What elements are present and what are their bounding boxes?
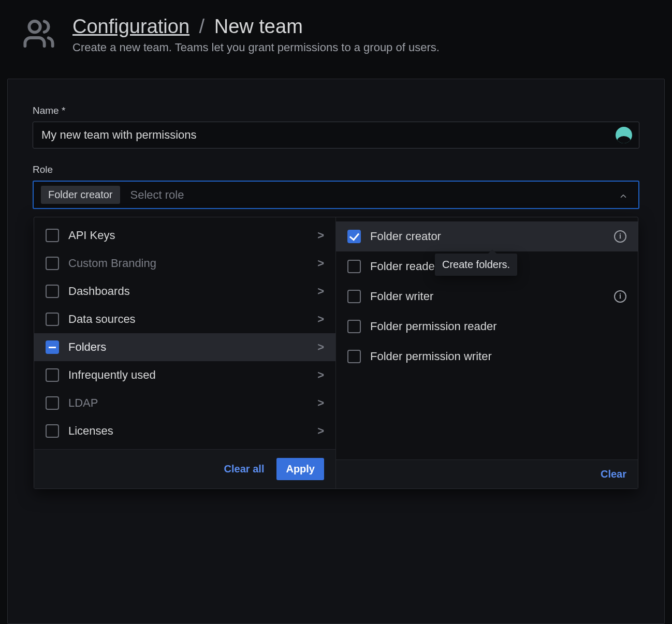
- team-name-input[interactable]: [33, 122, 639, 148]
- apply-button[interactable]: Apply: [276, 458, 324, 480]
- category-row[interactable]: Infrequently used>: [34, 361, 335, 389]
- role-chip[interactable]: Folder creator: [41, 186, 120, 204]
- right-footer: Clear: [336, 459, 638, 488]
- subrole-label: Folder writer: [370, 290, 433, 303]
- subrole-row[interactable]: Folder writeri: [336, 281, 638, 311]
- subrole-checkbox[interactable]: [347, 320, 361, 333]
- subrole-checkbox[interactable]: [347, 230, 361, 243]
- category-checkbox[interactable]: [46, 368, 59, 382]
- name-field: Name *: [33, 105, 639, 148]
- chevron-right-icon: >: [317, 424, 324, 438]
- category-row[interactable]: Data sources>: [34, 305, 335, 333]
- team-icon: [21, 16, 57, 52]
- subrole-label: Folder reader: [370, 260, 439, 273]
- page-header: Configuration / New team Create a new te…: [0, 0, 672, 54]
- role-dropdown: API Keys>Custom Branding>Dashboards>Data…: [34, 217, 638, 489]
- breadcrumb-leaf: New team: [214, 16, 303, 37]
- input-badge-icon: [616, 127, 632, 143]
- category-label: Dashboards: [68, 285, 130, 298]
- category-row[interactable]: Licenses>: [34, 417, 335, 445]
- subrole-row[interactable]: Folder permission writer: [336, 341, 638, 372]
- subrole-row[interactable]: Folder permission reader: [336, 311, 638, 341]
- category-label: Infrequently used: [68, 368, 156, 382]
- category-checkbox[interactable]: [46, 340, 59, 354]
- subrole-label: Folder creator: [370, 230, 441, 243]
- svg-point-0: [29, 21, 40, 32]
- clear-button[interactable]: Clear: [601, 468, 626, 480]
- chevron-right-icon: >: [317, 257, 324, 270]
- category-label: LDAP: [68, 396, 98, 410]
- category-row[interactable]: API Keys>: [34, 221, 335, 249]
- form-panel: Name * Role Folder creator Select role A…: [7, 79, 665, 624]
- category-checkbox[interactable]: [46, 257, 59, 270]
- subrole-row[interactable]: Folder creatori: [336, 221, 638, 251]
- clear-all-button[interactable]: Clear all: [224, 463, 265, 475]
- category-label: Folders: [68, 340, 106, 354]
- category-label: Licenses: [68, 424, 113, 438]
- page-subtitle: Create a new team. Teams let you grant p…: [72, 41, 440, 54]
- info-icon[interactable]: i: [614, 290, 626, 303]
- chevron-right-icon: >: [317, 285, 324, 298]
- category-checkbox[interactable]: [46, 229, 59, 242]
- chevron-right-icon: >: [317, 340, 324, 354]
- category-label: API Keys: [68, 229, 115, 242]
- subrole-checkbox[interactable]: [347, 350, 361, 363]
- chevron-right-icon: >: [317, 313, 324, 326]
- subrole-checkbox[interactable]: [347, 290, 361, 303]
- breadcrumb-root-link[interactable]: Configuration: [72, 16, 189, 37]
- category-label: Custom Branding: [68, 257, 156, 270]
- subrole-label: Folder permission writer: [370, 350, 492, 363]
- role-category-column: API Keys>Custom Branding>Dashboards>Data…: [34, 217, 336, 488]
- role-select[interactable]: Folder creator Select role API Keys>Cust…: [33, 181, 639, 209]
- role-tooltip: Create folders.: [435, 254, 517, 276]
- role-select-placeholder: Select role: [130, 188, 184, 202]
- left-footer: Clear all Apply: [34, 449, 335, 488]
- chevron-right-icon: >: [317, 229, 324, 242]
- subrole-checkbox[interactable]: [347, 260, 361, 273]
- chevron-right-icon: >: [317, 396, 324, 410]
- category-checkbox[interactable]: [46, 285, 59, 298]
- category-checkbox[interactable]: [46, 313, 59, 326]
- category-row[interactable]: Custom Branding>: [34, 249, 335, 277]
- category-row[interactable]: Folders>: [34, 333, 335, 361]
- role-label: Role: [33, 164, 639, 175]
- subrole-label: Folder permission reader: [370, 320, 497, 333]
- category-checkbox[interactable]: [46, 396, 59, 410]
- role-field: Role Folder creator Select role API Keys…: [33, 164, 639, 209]
- info-icon[interactable]: i: [614, 230, 626, 243]
- breadcrumb: Configuration / New team: [72, 16, 440, 38]
- category-checkbox[interactable]: [46, 424, 59, 438]
- category-row[interactable]: Dashboards>: [34, 277, 335, 305]
- chevron-up-icon: [619, 190, 628, 200]
- category-label: Data sources: [68, 313, 136, 326]
- breadcrumb-separator: /: [195, 16, 209, 37]
- chevron-right-icon: >: [317, 368, 324, 382]
- category-row[interactable]: LDAP>: [34, 389, 335, 417]
- name-label: Name *: [33, 105, 639, 116]
